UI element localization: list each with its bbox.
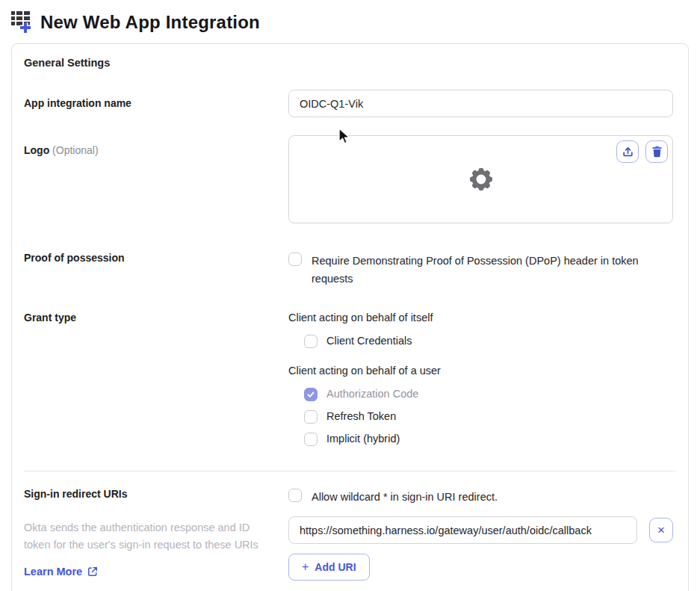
client-credentials-checkbox[interactable] xyxy=(304,335,318,348)
section-title: General Settings xyxy=(12,44,688,69)
logo-row: Logo (Optional) xyxy=(12,135,688,223)
learn-more-link[interactable]: Learn More xyxy=(24,566,288,578)
refresh-token-checkbox[interactable] xyxy=(304,410,318,424)
authorization-code-label: Authorization Code xyxy=(326,385,418,403)
page-header: New Web App Integration xyxy=(0,0,700,43)
signin-label-col: Sign-in redirect URIs Okta sends the aut… xyxy=(24,488,288,581)
app-name-input[interactable] xyxy=(288,90,673,117)
dpop-checkbox[interactable] xyxy=(288,253,302,266)
close-icon: × xyxy=(657,524,665,536)
general-settings-card: General Settings App integration name Lo… xyxy=(11,43,689,591)
grant-group2-title: Client acting on behalf of a user xyxy=(288,365,673,377)
refresh-token-label: Refresh Token xyxy=(326,407,396,425)
grant-group1-title: Client acting on behalf of itself xyxy=(288,312,673,324)
proof-label: Proof of possession xyxy=(24,252,288,264)
proof-row: Proof of possession Require Demonstratin… xyxy=(12,252,688,288)
grant-option-client-credentials: Client Credentials xyxy=(288,332,673,350)
grant-type-label: Grant type xyxy=(24,312,288,324)
logo-label: Logo (Optional) xyxy=(24,135,288,156)
implicit-hybrid-checkbox[interactable] xyxy=(304,433,318,446)
learn-more-label: Learn More xyxy=(24,566,82,578)
app-grid-plus-icon xyxy=(10,10,33,34)
client-credentials-label: Client Credentials xyxy=(326,332,412,350)
app-name-row: App integration name xyxy=(12,90,688,117)
page-title: New Web App Integration xyxy=(40,12,260,33)
gear-placeholder-icon xyxy=(463,161,499,197)
section-divider xyxy=(24,471,675,471)
external-link-icon xyxy=(87,566,98,577)
grant-option-implicit-hybrid: Implicit (hybrid) xyxy=(288,430,673,448)
signin-help-text: Okta sends the authentication response a… xyxy=(24,519,272,554)
trash-icon xyxy=(651,146,663,158)
wildcard-checkbox-label: Allow wildcard * in sign-in URI redirect… xyxy=(312,488,498,506)
authorization-code-checkbox[interactable] xyxy=(304,388,318,401)
implicit-hybrid-label: Implicit (hybrid) xyxy=(326,430,400,448)
uri-row: × xyxy=(288,516,673,544)
signin-redirect-row: Sign-in redirect URIs Okta sends the aut… xyxy=(12,488,688,581)
add-uri-label: Add URI xyxy=(315,561,356,573)
delete-logo-button[interactable] xyxy=(645,140,668,163)
plus-icon: + xyxy=(302,560,309,574)
proof-label-col: Proof of possession xyxy=(24,252,288,288)
app-name-label: App integration name xyxy=(24,90,288,109)
logo-optional-label: (Optional) xyxy=(52,144,98,156)
dpop-check-row: Require Demonstrating Proof of Possessio… xyxy=(288,252,673,288)
dpop-checkbox-label: Require Demonstrating Proof of Possessio… xyxy=(312,252,663,288)
upload-logo-button[interactable] xyxy=(616,140,639,163)
checkmark-icon xyxy=(306,390,315,399)
wildcard-check-row: Allow wildcard * in sign-in URI redirect… xyxy=(288,488,673,506)
upload-icon xyxy=(622,146,634,158)
grant-option-refresh-token: Refresh Token xyxy=(288,407,673,425)
logo-dropzone[interactable] xyxy=(288,135,673,223)
grant-type-label-col: Grant type xyxy=(24,312,288,452)
wildcard-checkbox[interactable] xyxy=(288,489,302,502)
logo-label-col: Logo (Optional) xyxy=(24,135,288,223)
app-name-label-col: App integration name xyxy=(24,90,288,117)
signin-redirect-label: Sign-in redirect URIs xyxy=(24,488,288,500)
remove-uri-button[interactable]: × xyxy=(649,518,673,542)
grant-type-row: Grant type Client acting on behalf of it… xyxy=(12,312,688,452)
redirect-uri-input[interactable] xyxy=(288,516,637,544)
add-uri-button[interactable]: + Add URI xyxy=(288,554,370,581)
grant-option-authorization-code: Authorization Code xyxy=(288,385,673,403)
